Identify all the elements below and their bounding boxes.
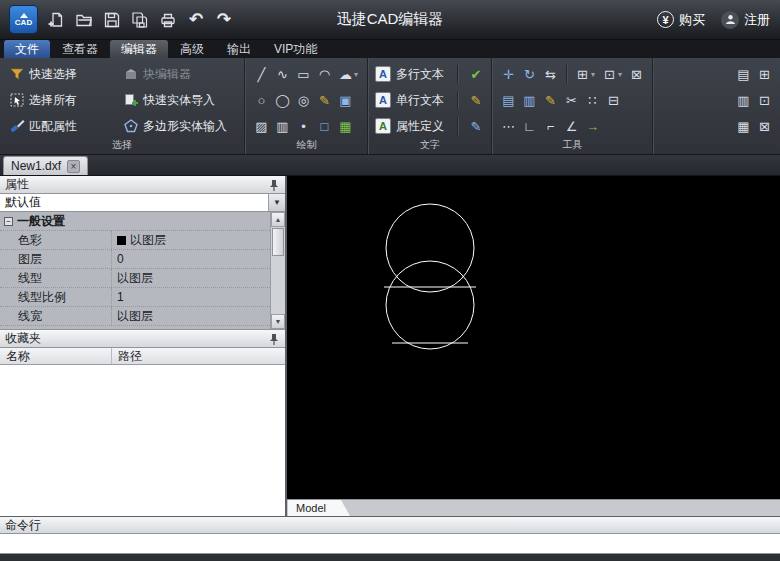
property-row-color[interactable]: 色彩 以图层	[0, 231, 270, 250]
overflow-row-2: ▥ ⊡	[660, 87, 774, 113]
arc-icon[interactable]: ◠	[315, 64, 334, 84]
polyline-icon[interactable]: ∿	[273, 64, 292, 84]
spline-icon[interactable]: ✎	[315, 90, 334, 110]
app-logo[interactable]: CAD	[10, 6, 37, 33]
erase-icon[interactable]: ⊠	[627, 64, 646, 84]
dropdown-arrow-icon[interactable]: ▾	[591, 70, 598, 79]
multiline-text-button[interactable]: A 多行文本 ✔	[375, 61, 485, 87]
close-tab-icon[interactable]: ×	[67, 160, 80, 173]
save-as-button[interactable]	[130, 10, 150, 30]
region-icon[interactable]: □	[315, 116, 334, 136]
scale-icon[interactable]: ⊞	[573, 64, 592, 84]
quick-select-button[interactable]: 快速选择	[6, 64, 118, 85]
copy-properties-icon[interactable]: ▤	[499, 90, 518, 110]
favorites-list[interactable]	[0, 365, 285, 516]
property-label: 线型比例	[0, 288, 112, 306]
scrollbar-thumb[interactable]	[272, 228, 284, 256]
pin-icon[interactable]	[268, 179, 280, 191]
mirror-icon[interactable]: ⇆	[541, 64, 560, 84]
dropdown-arrow-icon[interactable]: ▾	[618, 70, 625, 79]
tab-editor[interactable]: 编辑器	[110, 40, 168, 58]
register-button[interactable]: 注册	[721, 11, 770, 29]
hatch-icon[interactable]: ▨	[252, 116, 271, 136]
open-file-button[interactable]	[74, 10, 94, 30]
tab-output[interactable]: 输出	[216, 40, 262, 58]
property-section-row[interactable]: − 一般设置	[0, 212, 270, 231]
ribbon-overflow-icon[interactable]: ▦	[734, 116, 753, 136]
join-icon[interactable]: ⊟	[604, 90, 623, 110]
print-button[interactable]	[158, 10, 178, 30]
rotate-icon[interactable]: ↻	[520, 64, 539, 84]
donut-icon[interactable]: ◎	[294, 90, 313, 110]
column-header-name[interactable]: 名称	[0, 348, 112, 364]
copy-icon[interactable]: ⊡	[600, 64, 619, 84]
redo-button[interactable]: ↷	[214, 10, 234, 30]
single-line-text-button[interactable]: A 单行文本 ✎	[375, 87, 485, 113]
rectangle-icon[interactable]: ▭	[294, 64, 313, 84]
undo-button[interactable]: ↶	[186, 10, 206, 30]
edit-text-icon[interactable]: ✎	[467, 93, 485, 108]
paste-icon[interactable]: ▥	[520, 90, 539, 110]
attribute-definition-button[interactable]: A 属性定义 ✎	[375, 113, 485, 139]
cut-icon[interactable]: ✂	[562, 90, 581, 110]
tab-vip[interactable]: VIP功能	[263, 40, 328, 58]
select-all-button[interactable]: 选择所有	[6, 90, 118, 111]
ribbon-overflow-icon[interactable]: ⊞	[755, 64, 774, 84]
command-line-title: 命令行	[5, 517, 41, 534]
brush-icon[interactable]: ✎	[541, 90, 560, 110]
group-label-tools: 工具	[493, 138, 652, 152]
circle-icon[interactable]: ○	[252, 90, 271, 110]
trim-icon[interactable]: ⌐	[541, 116, 560, 136]
move-icon[interactable]: ✛	[499, 64, 518, 84]
array-icon[interactable]: ∷	[583, 90, 602, 110]
image-icon[interactable]: ▣	[336, 90, 355, 110]
new-document-button[interactable]	[46, 10, 66, 30]
model-tab[interactable]: Model	[288, 500, 350, 516]
column-header-path[interactable]: 路径	[112, 348, 285, 364]
property-row-linetype[interactable]: 线型 以图层	[0, 269, 270, 288]
angle-icon[interactable]: ∠	[562, 116, 581, 136]
preset-dropdown[interactable]: 默认值 ▼	[0, 194, 285, 212]
fillet-icon[interactable]: ∟	[520, 116, 539, 136]
point-icon[interactable]: •	[294, 116, 313, 136]
more-tools-icon[interactable]: ⋯	[499, 116, 518, 136]
spell-check-icon[interactable]: ✔	[467, 67, 485, 82]
new-document-icon	[47, 11, 65, 29]
drawing-canvas[interactable]	[287, 176, 780, 499]
scrollbar-track[interactable]	[271, 257, 285, 314]
property-value: 1	[117, 290, 124, 304]
buy-button[interactable]: ¥ 购买	[657, 11, 705, 29]
tab-viewer[interactable]: 查看器	[51, 40, 109, 58]
ribbon-overflow-icon[interactable]: ⊡	[755, 90, 774, 110]
collapse-icon[interactable]: −	[4, 217, 13, 226]
polygon-entity-input-button[interactable]: 多边形实体输入	[120, 116, 238, 137]
vertical-scrollbar[interactable]: ▲ ▼	[270, 212, 285, 329]
ribbon-overflow-icon[interactable]: ⊠	[755, 116, 774, 136]
chevron-down-icon[interactable]: ▼	[268, 194, 285, 211]
tab-advanced[interactable]: 高级	[169, 40, 215, 58]
ellipse-icon[interactable]: ◯	[273, 90, 292, 110]
ribbon-overflow-icon[interactable]: ▤	[734, 64, 753, 84]
edit-attribute-icon[interactable]: ✎	[467, 119, 485, 134]
match-properties-button[interactable]: 匹配属性	[6, 116, 118, 137]
dropdown-arrow-icon[interactable]: ▾	[354, 70, 361, 79]
ribbon-overflow-icon[interactable]: ▥	[734, 90, 753, 110]
scroll-up-icon[interactable]: ▲	[271, 212, 285, 227]
document-tab[interactable]: New1.dxf ×	[3, 156, 88, 175]
table-icon[interactable]: ▦	[336, 116, 355, 136]
revision-cloud-icon[interactable]: ☁	[336, 64, 355, 84]
gradient-icon[interactable]: ▥	[273, 116, 292, 136]
save-button[interactable]	[102, 10, 122, 30]
extend-icon[interactable]: →	[583, 116, 602, 136]
tab-file[interactable]: 文件	[4, 40, 50, 58]
pin-icon[interactable]	[268, 333, 280, 345]
property-row-layer[interactable]: 图层 0	[0, 250, 270, 269]
command-line-input[interactable]	[0, 534, 780, 554]
property-row-lineweight[interactable]: 线宽 以图层	[0, 307, 270, 326]
divider	[457, 117, 458, 135]
property-row-linetype-scale[interactable]: 线型比例 1	[0, 288, 270, 307]
line-icon[interactable]: ╱	[252, 64, 271, 84]
quick-entity-import-button[interactable]: 快速实体导入	[120, 90, 238, 111]
scroll-down-icon[interactable]: ▼	[271, 314, 285, 329]
currency-icon: ¥	[657, 11, 674, 28]
